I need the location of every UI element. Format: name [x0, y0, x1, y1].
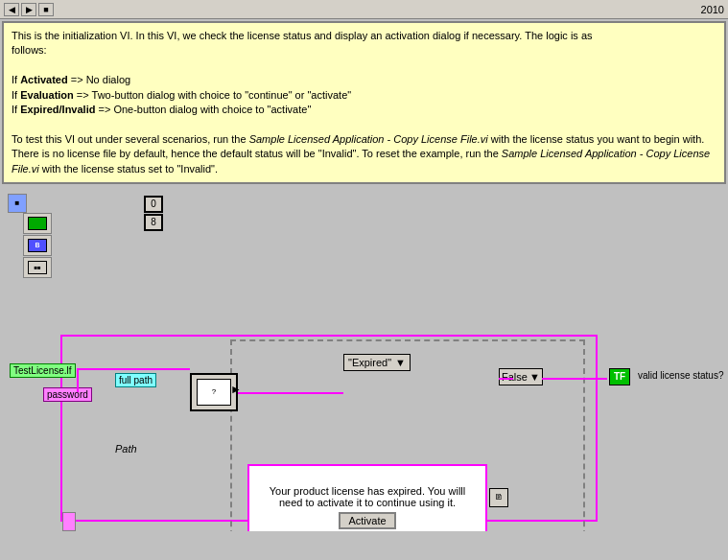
tf-label: TF: [614, 371, 625, 382]
activated-label: Activated: [20, 74, 68, 85]
false-indicator: False ▼: [499, 368, 543, 385]
dialog-box: Your product license has expired. You wi…: [247, 464, 487, 531]
cond1-text: => No dialog: [68, 74, 130, 85]
desc-line5: To test this VI out under several scenar…: [12, 133, 710, 175]
cond3-text: => One-button dialog with choice to "act…: [95, 104, 311, 115]
expired-dropdown[interactable]: "Expired" ▼: [343, 354, 411, 371]
expired-value: "Expired": [348, 357, 391, 368]
wire-h4: [542, 378, 607, 380]
activate-button[interactable]: Activate: [339, 512, 395, 529]
title-bar-left: ◀ ▶ ■: [4, 3, 54, 16]
dialog-text1: Your product license has expired. You wi…: [270, 485, 465, 497]
evaluation-label: Evaluation: [20, 89, 74, 101]
numeric-top: 0 8: [144, 196, 163, 231]
valid-license-label: valid license status?: [638, 370, 724, 381]
wire-h3: [499, 378, 513, 380]
icon-block-3[interactable]: ■: [8, 194, 27, 213]
vi-icon-2[interactable]: B: [23, 235, 52, 256]
full-path-block[interactable]: full path: [115, 373, 156, 387]
password-block[interactable]: password: [43, 387, 92, 402]
test-license-block[interactable]: TestLicense.lf: [10, 363, 76, 378]
stop-button[interactable]: ■: [38, 3, 54, 16]
num-indicator-0: 0: [144, 196, 163, 213]
vi-icons: B ■■: [23, 213, 52, 278]
path-label: Path: [115, 443, 137, 455]
dropdown-arrow[interactable]: ▼: [395, 357, 406, 368]
vi-icon-1[interactable]: [23, 213, 52, 234]
back-button[interactable]: ◀: [4, 3, 19, 16]
vi-icon-3[interactable]: ■■: [23, 257, 52, 278]
wire-v1: [77, 368, 79, 392]
year-label: 2010: [701, 4, 724, 15]
left-array: [62, 512, 76, 531]
cond2-text: => Two-button dialog with choice to "con…: [74, 89, 351, 101]
tf-indicator: TF: [609, 368, 630, 385]
v-cell-1: [62, 512, 76, 531]
wire-h2: [238, 392, 343, 394]
diagram-area: ■ ◄► ■ B ■■ 0 8 "Expired" ▼ False ▼: [0, 186, 728, 531]
dialog-icon: 🖹: [489, 488, 508, 507]
dialog-text2: need to activate it to continue using it…: [279, 497, 456, 508]
wire-h1: [77, 368, 190, 370]
description-box: This is the initialization VI. In this V…: [2, 21, 726, 184]
num-indicator-8: 8: [144, 214, 163, 231]
false-arrow[interactable]: ▼: [529, 371, 540, 383]
desc-line1: This is the initialization VI. In this V…: [12, 30, 593, 41]
forward-button[interactable]: ▶: [21, 3, 36, 16]
title-bar: ◀ ▶ ■ 2010: [0, 0, 728, 19]
expired-label: Expired/Invalid: [20, 104, 95, 115]
false-label: False: [502, 371, 528, 383]
desc-line2: follows:: [12, 44, 47, 56]
connector-arrow: ►: [230, 383, 242, 396]
